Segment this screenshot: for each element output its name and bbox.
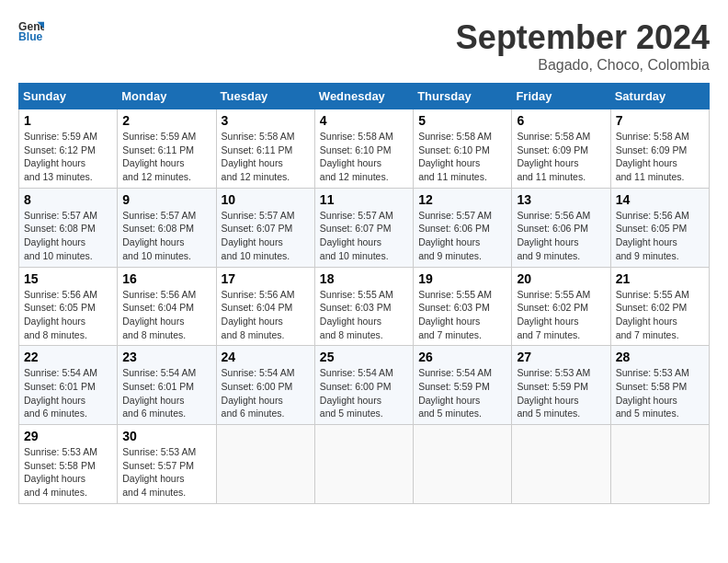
col-friday: Friday <box>512 84 610 109</box>
table-row: 17 Sunrise: 5:56 AM Sunset: 6:04 PM Dayl… <box>216 267 314 346</box>
table-row: 12 Sunrise: 5:57 AM Sunset: 6:06 PM Dayl… <box>414 188 512 267</box>
day-info: Sunrise: 5:53 AM Sunset: 5:58 PM Dayligh… <box>24 445 112 500</box>
col-tuesday: Tuesday <box>216 84 314 109</box>
day-info: Sunrise: 5:54 AM Sunset: 5:59 PM Dayligh… <box>418 366 506 420</box>
table-row: 27 Sunrise: 5:53 AM Sunset: 5:59 PM Dayl… <box>512 346 610 425</box>
calendar-table: Sunday Monday Tuesday Wednesday Thursday… <box>18 83 710 504</box>
table-row: 7 Sunrise: 5:58 AM Sunset: 6:09 PM Dayli… <box>610 109 709 189</box>
table-row: 18 Sunrise: 5:55 AM Sunset: 6:03 PM Dayl… <box>314 267 413 346</box>
day-info: Sunrise: 5:58 AM Sunset: 6:09 PM Dayligh… <box>616 130 704 184</box>
calendar-row: 22 Sunrise: 5:54 AM Sunset: 6:01 PM Dayl… <box>19 346 710 425</box>
col-sunday: Sunday <box>19 84 118 109</box>
table-row: 30 Sunrise: 5:53 AM Sunset: 5:57 PM Dayl… <box>118 425 216 504</box>
day-number: 9 <box>122 192 210 207</box>
day-number: 28 <box>616 350 704 364</box>
day-info: Sunrise: 5:59 AM Sunset: 6:12 PM Dayligh… <box>24 130 112 184</box>
day-number: 21 <box>616 271 704 286</box>
table-row <box>414 425 512 504</box>
day-info: Sunrise: 5:53 AM Sunset: 5:59 PM Dayligh… <box>517 366 605 420</box>
col-wednesday: Wednesday <box>314 84 413 109</box>
table-row: 29 Sunrise: 5:53 AM Sunset: 5:58 PM Dayl… <box>19 425 118 504</box>
table-row: 24 Sunrise: 5:54 AM Sunset: 6:00 PM Dayl… <box>216 346 314 425</box>
day-info: Sunrise: 5:58 AM Sunset: 6:10 PM Dayligh… <box>418 130 506 184</box>
table-row: 26 Sunrise: 5:54 AM Sunset: 5:59 PM Dayl… <box>414 346 512 425</box>
table-row: 22 Sunrise: 5:54 AM Sunset: 6:01 PM Dayl… <box>19 346 118 425</box>
day-number: 7 <box>616 113 704 128</box>
day-number: 18 <box>320 271 408 286</box>
day-number: 22 <box>24 350 112 364</box>
calendar-row: 8 Sunrise: 5:57 AM Sunset: 6:08 PM Dayli… <box>19 188 710 267</box>
day-info: Sunrise: 5:56 AM Sunset: 6:05 PM Dayligh… <box>616 209 704 263</box>
table-row: 13 Sunrise: 5:56 AM Sunset: 6:06 PM Dayl… <box>512 188 610 267</box>
location-subtitle: Bagado, Choco, Colombia <box>456 57 710 74</box>
day-info: Sunrise: 5:55 AM Sunset: 6:03 PM Dayligh… <box>320 288 408 342</box>
day-info: Sunrise: 5:57 AM Sunset: 6:08 PM Dayligh… <box>122 209 210 263</box>
svg-text:Blue: Blue <box>18 30 43 43</box>
table-row: 5 Sunrise: 5:58 AM Sunset: 6:10 PM Dayli… <box>414 109 512 189</box>
table-row: 28 Sunrise: 5:53 AM Sunset: 5:58 PM Dayl… <box>610 346 709 425</box>
day-number: 30 <box>122 429 210 443</box>
day-info: Sunrise: 5:53 AM Sunset: 5:58 PM Dayligh… <box>616 366 704 420</box>
day-number: 2 <box>122 113 210 128</box>
calendar-row: 1 Sunrise: 5:59 AM Sunset: 6:12 PM Dayli… <box>19 109 710 189</box>
day-info: Sunrise: 5:56 AM Sunset: 6:04 PM Dayligh… <box>222 288 310 342</box>
table-row: 9 Sunrise: 5:57 AM Sunset: 6:08 PM Dayli… <box>118 188 216 267</box>
logo-icon: General Blue <box>18 18 44 44</box>
col-saturday: Saturday <box>610 84 709 109</box>
day-info: Sunrise: 5:59 AM Sunset: 6:11 PM Dayligh… <box>122 130 210 184</box>
day-info: Sunrise: 5:54 AM Sunset: 6:00 PM Dayligh… <box>222 366 310 420</box>
calendar-row: 15 Sunrise: 5:56 AM Sunset: 6:05 PM Dayl… <box>19 267 710 346</box>
day-number: 4 <box>320 113 408 128</box>
day-number: 23 <box>122 350 210 364</box>
day-info: Sunrise: 5:54 AM Sunset: 6:01 PM Dayligh… <box>24 366 112 420</box>
table-row: 3 Sunrise: 5:58 AM Sunset: 6:11 PM Dayli… <box>216 109 314 189</box>
day-info: Sunrise: 5:55 AM Sunset: 6:02 PM Dayligh… <box>517 288 605 342</box>
table-row: 2 Sunrise: 5:59 AM Sunset: 6:11 PM Dayli… <box>118 109 216 189</box>
day-number: 20 <box>517 271 605 286</box>
day-number: 25 <box>320 350 408 364</box>
table-row: 25 Sunrise: 5:54 AM Sunset: 6:00 PM Dayl… <box>314 346 413 425</box>
day-number: 26 <box>418 350 506 364</box>
day-number: 12 <box>418 192 506 207</box>
day-number: 8 <box>24 192 112 207</box>
day-info: Sunrise: 5:54 AM Sunset: 6:00 PM Dayligh… <box>320 366 408 420</box>
day-info: Sunrise: 5:57 AM Sunset: 6:07 PM Dayligh… <box>222 209 310 263</box>
table-row: 19 Sunrise: 5:55 AM Sunset: 6:03 PM Dayl… <box>414 267 512 346</box>
calendar-row: 29 Sunrise: 5:53 AM Sunset: 5:58 PM Dayl… <box>19 425 710 504</box>
day-info: Sunrise: 5:56 AM Sunset: 6:05 PM Dayligh… <box>24 288 112 342</box>
day-info: Sunrise: 5:57 AM Sunset: 6:07 PM Dayligh… <box>320 209 408 263</box>
day-info: Sunrise: 5:57 AM Sunset: 6:06 PM Dayligh… <box>418 209 506 263</box>
day-number: 11 <box>320 192 408 207</box>
day-number: 15 <box>24 271 112 286</box>
table-row: 15 Sunrise: 5:56 AM Sunset: 6:05 PM Dayl… <box>19 267 118 346</box>
logo: General Blue <box>18 18 44 44</box>
table-row <box>216 425 314 504</box>
table-row: 23 Sunrise: 5:54 AM Sunset: 6:01 PM Dayl… <box>118 346 216 425</box>
day-number: 13 <box>517 192 605 207</box>
day-info: Sunrise: 5:54 AM Sunset: 6:01 PM Dayligh… <box>122 366 210 420</box>
table-row: 4 Sunrise: 5:58 AM Sunset: 6:10 PM Dayli… <box>314 109 413 189</box>
day-info: Sunrise: 5:53 AM Sunset: 5:57 PM Dayligh… <box>122 445 210 500</box>
table-row: 11 Sunrise: 5:57 AM Sunset: 6:07 PM Dayl… <box>314 188 413 267</box>
day-number: 14 <box>616 192 704 207</box>
month-title: September 2024 <box>456 18 710 57</box>
day-info: Sunrise: 5:58 AM Sunset: 6:10 PM Dayligh… <box>320 130 408 184</box>
day-info: Sunrise: 5:56 AM Sunset: 6:06 PM Dayligh… <box>517 209 605 263</box>
table-row: 21 Sunrise: 5:55 AM Sunset: 6:02 PM Dayl… <box>610 267 709 346</box>
table-row: 8 Sunrise: 5:57 AM Sunset: 6:08 PM Dayli… <box>19 188 118 267</box>
table-row: 6 Sunrise: 5:58 AM Sunset: 6:09 PM Dayli… <box>512 109 610 189</box>
day-number: 5 <box>418 113 506 128</box>
day-number: 29 <box>24 429 112 443</box>
table-row: 10 Sunrise: 5:57 AM Sunset: 6:07 PM Dayl… <box>216 188 314 267</box>
table-row <box>314 425 413 504</box>
day-number: 3 <box>222 113 310 128</box>
day-info: Sunrise: 5:55 AM Sunset: 6:02 PM Dayligh… <box>616 288 704 342</box>
day-number: 27 <box>517 350 605 364</box>
table-row: 14 Sunrise: 5:56 AM Sunset: 6:05 PM Dayl… <box>610 188 709 267</box>
day-number: 10 <box>222 192 310 207</box>
table-row <box>610 425 709 504</box>
day-info: Sunrise: 5:58 AM Sunset: 6:11 PM Dayligh… <box>222 130 310 184</box>
day-number: 17 <box>222 271 310 286</box>
table-row: 16 Sunrise: 5:56 AM Sunset: 6:04 PM Dayl… <box>118 267 216 346</box>
day-info: Sunrise: 5:56 AM Sunset: 6:04 PM Dayligh… <box>122 288 210 342</box>
